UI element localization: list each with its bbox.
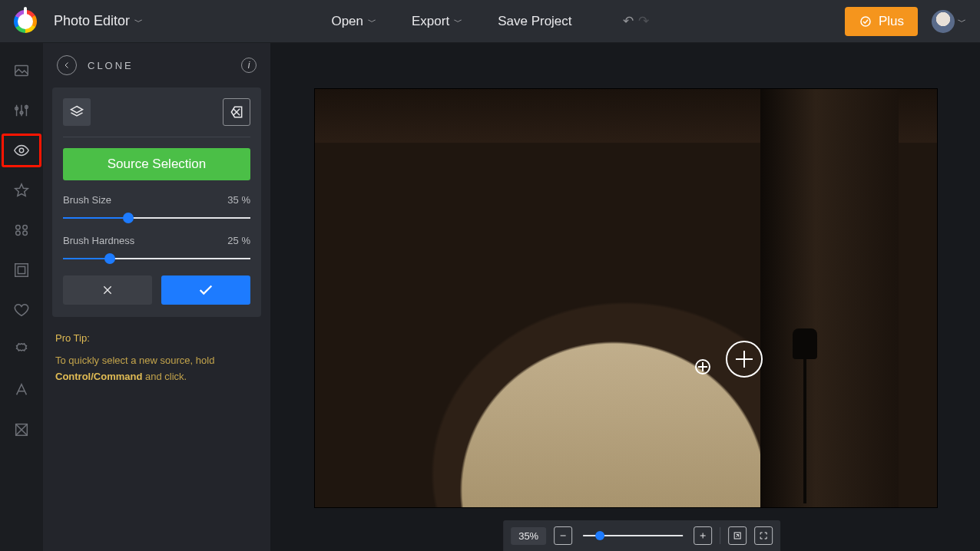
svg-point-7 xyxy=(23,226,28,230)
plus-label: Plus xyxy=(879,14,904,29)
open-label: Open xyxy=(331,14,363,29)
avatar-icon xyxy=(932,10,955,33)
brush-size-label: Brush Size xyxy=(63,194,111,206)
lamp-in-image xyxy=(803,350,806,503)
svg-point-5 xyxy=(19,148,24,153)
svg-rect-10 xyxy=(15,264,28,277)
svg-point-6 xyxy=(16,226,21,230)
svg-rect-11 xyxy=(18,266,25,273)
top-bar: Photo Editor ﹀ Open ﹀ Export ﹀ Save Proj… xyxy=(0,0,980,43)
app-logo-icon[interactable] xyxy=(14,10,37,33)
chevron-down-icon: ﹀ xyxy=(134,16,143,28)
image-tool-icon[interactable] xyxy=(12,61,31,80)
sliders-icon[interactable] xyxy=(12,101,31,120)
undo-icon[interactable]: ↶ xyxy=(623,13,634,29)
svg-point-9 xyxy=(23,231,28,236)
brush-hardness-value: 25 % xyxy=(227,235,250,246)
erase-last-button[interactable] xyxy=(223,98,250,126)
zoom-value[interactable]: 35% xyxy=(511,527,546,545)
clone-settings-card: Source Selection Brush Size 35 % Brush H… xyxy=(52,87,261,317)
cancel-button[interactable] xyxy=(63,276,152,305)
eye-icon[interactable] xyxy=(12,141,31,160)
brush-hardness-row: Brush Hardness 25 % xyxy=(63,235,250,265)
apply-button[interactable] xyxy=(161,276,250,305)
text-icon[interactable] xyxy=(12,381,31,399)
brush-size-slider[interactable] xyxy=(63,212,250,224)
texture-icon[interactable] xyxy=(12,421,31,439)
pro-tip-body: To quickly select a new source, hold Con… xyxy=(55,353,258,385)
source-selection-label: Source Selection xyxy=(108,157,207,172)
divider xyxy=(63,137,250,137)
star-icon[interactable] xyxy=(12,181,31,200)
open-menu[interactable]: Open ﹀ xyxy=(331,14,376,29)
shapes-icon[interactable] xyxy=(12,221,31,239)
zoom-bar: 35% xyxy=(503,520,780,551)
account-menu[interactable]: ﹀ xyxy=(932,10,966,33)
app-mode-label: Photo Editor xyxy=(54,13,130,29)
save-project-label: Save Project xyxy=(498,14,571,29)
pro-tip: Pro Tip: To quickly select a new source,… xyxy=(43,317,270,384)
history-controls: ↶ ↷ xyxy=(623,13,649,29)
brush-size-row: Brush Size 35 % xyxy=(63,194,250,224)
pro-tip-title: Pro Tip: xyxy=(55,331,258,347)
redo-icon[interactable]: ↷ xyxy=(638,13,649,29)
upgrade-plus-button[interactable]: Plus xyxy=(845,7,918,36)
badge-icon xyxy=(859,15,872,28)
fit-screen-button[interactable] xyxy=(728,526,747,545)
layers-toggle-button[interactable] xyxy=(63,98,91,126)
export-label: Export xyxy=(412,14,449,29)
clone-brush-cursor-icon[interactable] xyxy=(726,341,763,378)
heart-icon[interactable] xyxy=(12,301,31,319)
frame-icon[interactable] xyxy=(12,261,31,279)
zoom-slider[interactable] xyxy=(583,530,683,542)
zoom-out-button[interactable] xyxy=(554,526,572,545)
pro-tip-line2: and click. xyxy=(142,371,187,382)
svg-point-8 xyxy=(16,231,21,236)
chevron-down-icon: ﹀ xyxy=(368,16,376,28)
canvas-area: 35% xyxy=(270,43,980,551)
separator xyxy=(720,527,720,544)
info-icon[interactable]: i xyxy=(241,58,257,73)
export-menu[interactable]: Export ﹀ xyxy=(412,14,462,29)
clone-panel: CLONE i Source Selection Brush Size 35 % xyxy=(43,43,270,551)
clone-source-cursor-icon[interactable] xyxy=(695,359,710,374)
back-button[interactable] xyxy=(57,55,77,75)
zoom-in-button[interactable] xyxy=(694,526,712,545)
panel-title: CLONE xyxy=(88,60,134,71)
tool-rail xyxy=(0,43,43,551)
chevron-down-icon: ﹀ xyxy=(958,16,966,28)
chevron-down-icon: ﹀ xyxy=(454,16,462,28)
app-mode-dropdown[interactable]: Photo Editor ﹀ xyxy=(54,13,143,29)
pro-tip-bold: Control/Command xyxy=(55,371,142,382)
photo-canvas[interactable] xyxy=(315,89,937,507)
pro-tip-line1: To quickly select a new source, hold xyxy=(55,355,214,366)
brush-size-value: 35 % xyxy=(227,194,250,206)
gear-outline-icon[interactable] xyxy=(12,341,31,359)
fullscreen-button[interactable] xyxy=(754,526,773,545)
panel-header: CLONE i xyxy=(43,43,270,87)
svg-point-0 xyxy=(861,17,870,26)
top-center-menu: Open ﹀ Export ﹀ Save Project ↶ ↷ xyxy=(331,13,648,29)
source-selection-button[interactable]: Source Selection xyxy=(63,148,250,180)
brush-hardness-slider[interactable] xyxy=(63,252,250,265)
save-project-button[interactable]: Save Project xyxy=(498,14,571,29)
brush-hardness-label: Brush Hardness xyxy=(63,235,134,246)
